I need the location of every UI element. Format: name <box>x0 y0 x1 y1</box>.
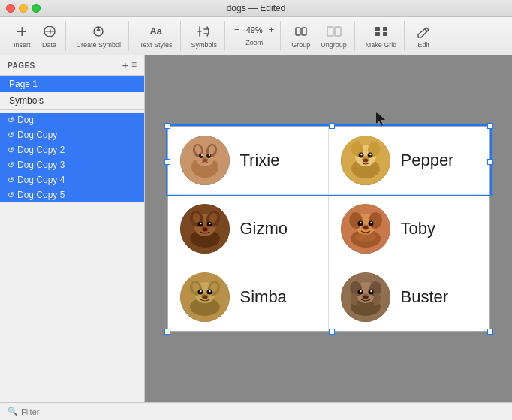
toolbar-group-group: Group Ungroup <box>284 21 355 51</box>
handle-tl <box>164 123 170 129</box>
page-item-page1[interactable]: Page 1 <box>0 76 144 92</box>
svg-point-20 <box>206 154 211 158</box>
svg-rect-9 <box>383 27 387 31</box>
ungroup-label: Ungroup <box>321 41 347 49</box>
svg-rect-11 <box>383 32 387 36</box>
create-symbol-button[interactable]: Create Symbol <box>74 22 125 50</box>
traffic-lights <box>6 4 41 13</box>
svg-point-56 <box>360 222 361 224</box>
data-icon <box>41 23 58 40</box>
main-layout: PAGES + ≡ Page 1 Symbols ↺ Dog ↺ Dog Cop… <box>0 56 512 402</box>
layers-list: ↺ Dog ↺ Dog Copy ↺ Dog Copy 2 ↺ Dog Copy… <box>0 110 144 402</box>
edit-label: Edit <box>418 41 430 49</box>
title-bar: dogs — Edited <box>0 0 512 16</box>
handle-bm <box>329 328 335 334</box>
avatar-buster <box>341 272 390 322</box>
dog-cell-gizmo[interactable]: Gizmo <box>168 195 329 263</box>
group-icon <box>293 23 309 40</box>
svg-point-71 <box>209 290 210 292</box>
handle-mr <box>487 159 493 165</box>
insert-button[interactable]: Insert <box>11 22 34 50</box>
toolbar-group-makegrid: Make Grid <box>358 21 405 51</box>
svg-rect-7 <box>335 27 341 36</box>
handle-ml <box>164 159 170 165</box>
toolbar-group-edit: Edit <box>408 21 439 51</box>
handle-bl <box>164 328 170 334</box>
filter-input[interactable] <box>21 407 111 416</box>
svg-rect-1 <box>22 27 23 36</box>
canvas-background: Trixie <box>145 56 512 402</box>
zoom-label: Zoom <box>245 39 263 46</box>
toolbar-group-textstyles: Aa Text Styles <box>132 21 181 51</box>
toolbar-group-symbols: Symbols <box>184 21 226 51</box>
svg-point-32 <box>360 154 362 155</box>
svg-point-19 <box>199 154 203 158</box>
zoom-in-button[interactable]: + <box>267 25 276 34</box>
data-button[interactable]: Data <box>38 22 61 50</box>
svg-point-57 <box>370 222 372 224</box>
svg-point-46 <box>209 223 210 224</box>
text-styles-icon: Aa <box>148 23 164 40</box>
text-styles-label: Text Styles <box>140 41 173 49</box>
svg-point-35 <box>363 159 368 163</box>
fullscreen-button[interactable] <box>32 4 41 13</box>
data-label: Data <box>42 41 56 49</box>
layer-item-dogcopy3[interactable]: ↺ Dog Copy 3 <box>0 158 144 172</box>
zoom-control: − 49% + Zoom <box>233 25 276 46</box>
dog-name-trixie: Trixie <box>240 151 280 170</box>
group-button[interactable]: Group <box>288 22 313 50</box>
dog-cell-toby[interactable]: Toby <box>329 195 489 263</box>
layer-item-dogcopy2[interactable]: ↺ Dog Copy 2 <box>0 142 144 158</box>
handle-tr <box>487 123 493 129</box>
dog-name-toby: Toby <box>401 219 435 238</box>
status-bar: 🔍 <box>0 402 512 420</box>
insert-icon <box>14 23 30 40</box>
svg-rect-5 <box>302 28 306 35</box>
avatar-toby <box>341 204 390 254</box>
svg-point-82 <box>370 290 372 292</box>
layer-item-dog[interactable]: ↺ Dog <box>0 112 144 128</box>
window-title: dogs — Edited <box>227 3 286 14</box>
handle-br <box>487 328 493 334</box>
avatar-pepper <box>341 136 390 185</box>
edit-icon <box>415 23 432 40</box>
filter-icon: 🔍 <box>8 406 18 416</box>
svg-rect-6 <box>327 27 333 36</box>
symbol-grid: Trixie <box>167 126 490 332</box>
svg-rect-8 <box>375 27 380 31</box>
make-grid-button[interactable]: Make Grid <box>363 22 400 50</box>
dog-cell-pepper[interactable]: Pepper <box>329 127 489 195</box>
minimize-button[interactable] <box>19 4 28 13</box>
dog-cell-trixie[interactable]: Trixie <box>168 127 329 195</box>
dog-cell-buster[interactable]: Buster <box>329 263 489 331</box>
zoom-out-button[interactable]: − <box>233 25 242 34</box>
layer-item-dogcopy5[interactable]: ↺ Dog Copy 5 <box>0 188 144 202</box>
canvas-area[interactable]: Trixie <box>145 56 512 402</box>
page-options-button[interactable]: ≡ <box>131 60 137 70</box>
add-page-button[interactable]: + <box>122 60 128 70</box>
pages-label: PAGES <box>8 62 35 70</box>
dog-cell-simba[interactable]: Simba <box>168 263 329 331</box>
make-grid-label: Make Grid <box>366 41 397 49</box>
svg-point-73 <box>202 296 207 299</box>
symbol-grid-wrapper: Trixie <box>167 126 490 332</box>
avatar-trixie <box>180 136 230 185</box>
svg-point-45 <box>200 223 201 224</box>
ungroup-icon <box>326 23 342 40</box>
edit-button[interactable]: Edit <box>412 22 435 50</box>
close-button[interactable] <box>6 4 15 13</box>
toolbar-group-symbol: Create Symbol <box>69 21 130 51</box>
toolbar-group-insert: Insert Data <box>6 21 66 51</box>
ungroup-button[interactable]: Ungroup <box>318 22 350 50</box>
group-label: Group <box>291 41 310 49</box>
page-item-symbols[interactable]: Symbols <box>0 92 144 109</box>
create-symbol-icon <box>90 23 107 40</box>
dog-name-gizmo: Gizmo <box>240 219 288 238</box>
insert-label: Insert <box>14 41 31 49</box>
avatar-gizmo <box>180 204 230 254</box>
text-styles-button[interactable]: Aa Text Styles <box>137 22 176 50</box>
layer-item-dogcopy4[interactable]: ↺ Dog Copy 4 <box>0 172 144 188</box>
dog-name-simba: Simba <box>240 287 287 307</box>
layer-item-dogcopy[interactable]: ↺ Dog Copy <box>0 128 144 142</box>
symbols-button[interactable]: Symbols <box>188 22 221 50</box>
